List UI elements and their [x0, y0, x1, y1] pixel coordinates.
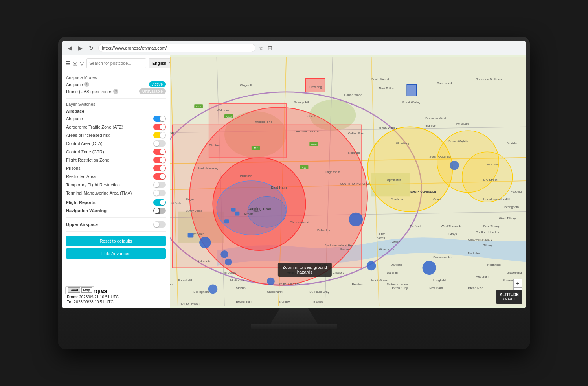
layer-row-atz: Aerodrome Traffic Zone (ATZ)	[66, 123, 166, 131]
toggle-risk[interactable]	[153, 132, 166, 138]
svg-text:Mottingham: Mottingham	[230, 279, 247, 282]
svg-text:Little Warley: Little Warley	[395, 142, 410, 145]
filter-icon[interactable]: ▽	[80, 60, 84, 66]
svg-text:ST. PAULS CRAY: ST. PAULS CRAY	[279, 283, 300, 286]
svg-text:South Weald: South Weald	[371, 77, 389, 81]
layer-name-risk: Areas of increased risk	[66, 133, 110, 138]
monitor-bezel: ◀ ▶ ↻ https://www.dronesafetymap.com/ ☆ …	[58, 37, 530, 349]
forward-button[interactable]: ▶	[77, 44, 84, 52]
svg-text:Airport: Airport	[244, 212, 253, 216]
svg-point-30	[367, 261, 376, 271]
layer-name-flight-reports: Flight Reports	[66, 200, 96, 205]
svg-text:Harold Wood: Harold Wood	[344, 93, 362, 97]
svg-text:Upminster: Upminster	[387, 178, 401, 182]
reset-button[interactable]: Reset to defaults	[66, 236, 166, 246]
svg-text:A503: A503	[226, 116, 232, 118]
svg-text:Chigwell: Chigwell	[240, 83, 252, 87]
language-select[interactable]: English	[149, 58, 170, 68]
svg-text:Belvedere: Belvedere	[317, 228, 331, 232]
svg-text:Chislehurst: Chislehurst	[267, 290, 283, 294]
svg-text:Northfleet: Northfleet	[468, 252, 482, 255]
svg-text:Sidcup: Sidcup	[236, 286, 246, 290]
svg-text:Bellingham: Bellingham	[193, 290, 209, 294]
map-label[interactable]: Map	[81, 287, 92, 293]
browser-icons: ☆ ⊞ ⋯	[259, 45, 282, 51]
reload-button[interactable]: ↻	[87, 44, 95, 52]
toggle-atz[interactable]	[153, 124, 166, 130]
divider-2	[66, 217, 166, 218]
layer-name-cta: Control Area (CTA)	[66, 141, 103, 146]
layer-row-tfr: Temporary Flight Restriction	[66, 181, 166, 188]
drone-mode-row: Drone (UAS) geo-zones ? Unavailable	[66, 88, 166, 94]
svg-text:Chadwell St Mary: Chadwell St Mary	[468, 238, 492, 241]
toggle-restricted[interactable]	[153, 173, 166, 180]
svg-text:A12: A12	[254, 147, 257, 149]
toggle-airspace[interactable]	[153, 116, 166, 122]
svg-text:West Thurrock: West Thurrock	[441, 224, 461, 228]
svg-text:Grays: Grays	[448, 232, 457, 236]
svg-rect-154	[188, 233, 194, 238]
layer-name-airspace: Airspace	[66, 116, 83, 121]
more-icon[interactable]: ⋯	[276, 45, 282, 51]
svg-text:East Ham: East Ham	[271, 186, 287, 189]
toggle-tfr[interactable]	[153, 182, 166, 188]
drone-unavailable-badge: Unavailable	[139, 88, 166, 94]
road-label[interactable]: Road	[68, 287, 80, 293]
info-to: To: 2023/09/28 10:51 UTC	[67, 300, 165, 304]
svg-text:Brentwood: Brentwood	[437, 81, 452, 85]
road-view-toggle[interactable]: Road Map	[65, 286, 94, 294]
svg-text:Horton Kirby: Horton Kirby	[391, 286, 408, 290]
airspace-help-icon[interactable]: ?	[84, 82, 89, 87]
toggle-frz[interactable]	[153, 157, 166, 163]
toggle-nav-warning[interactable]	[153, 208, 166, 214]
toggle-tma[interactable]	[153, 190, 166, 196]
toggle-ctr[interactable]	[153, 149, 166, 155]
menu-icon[interactable]: ☰	[65, 60, 70, 66]
address-bar[interactable]: https://www.dronesafetymap.com/	[98, 44, 255, 52]
svg-text:Fobbing: Fobbing	[511, 190, 522, 193]
search-input[interactable]	[86, 58, 146, 68]
svg-point-27	[225, 259, 232, 266]
svg-text:Northfleet: Northfleet	[487, 263, 501, 267]
svg-text:South Hackney: South Hackney	[197, 167, 218, 170]
layer-name-atz: Aerodrome Traffic Zone (ATZ)	[66, 125, 123, 129]
monitor-stand	[270, 308, 318, 324]
svg-text:St. Pauls Cray: St. Pauls Cray	[309, 290, 329, 294]
drone-help-icon[interactable]: ?	[113, 89, 118, 94]
url-text: https://www.dronesafetymap.com/	[102, 46, 167, 50]
svg-text:Horndon-on-the-Hill: Horndon-on-the-Hill	[483, 197, 511, 201]
back-button[interactable]: ◀	[66, 44, 74, 52]
svg-text:Aldgate: Aldgate	[186, 198, 195, 201]
monitor-screen: ◀ ▶ ↻ https://www.dronesafetymap.com/ ☆ …	[62, 41, 526, 308]
airspace-mode-row: Airspace ? Active	[66, 81, 166, 87]
svg-text:Betsham: Betsham	[352, 283, 364, 286]
toggle-cta[interactable]	[153, 140, 166, 147]
location-icon[interactable]: ◎	[73, 60, 77, 66]
sidebar-content: Airspace Modes Airspace ? Active D	[62, 72, 170, 263]
svg-text:A13: A13	[302, 167, 306, 169]
hide-advanced-button[interactable]: Hide Advanced	[66, 248, 166, 259]
svg-text:Darenth: Darenth	[387, 271, 398, 274]
bookmark-icon[interactable]: ☆	[259, 45, 264, 51]
extensions-icon[interactable]: ⊞	[268, 45, 272, 51]
svg-text:Forest Hill: Forest Hill	[178, 279, 192, 282]
airspace-modes: Airspace Modes Airspace ? Active D	[66, 75, 166, 94]
layer-row-frz: Flight Restriction Zone	[66, 156, 166, 164]
zoom-in-button[interactable]: +	[513, 279, 522, 288]
svg-text:Grange Hill: Grange Hill	[294, 101, 310, 104]
svg-point-29	[267, 278, 275, 285]
toggle-flight-reports[interactable]	[153, 199, 166, 206]
layer-row-prisons: Prisons	[66, 165, 166, 172]
toggle-upper-airspace[interactable]	[153, 221, 166, 228]
svg-text:Thornton Heath: Thornton Heath	[178, 302, 200, 305]
svg-rect-34	[407, 84, 417, 96]
toggle-prisons[interactable]	[153, 165, 166, 171]
svg-text:Shorne: Shorne	[503, 279, 513, 282]
svg-text:Thames: Thames	[375, 237, 385, 239]
layer-row-restricted: Restricted Area	[66, 173, 166, 180]
svg-text:SOUTH HORNCHURCH: SOUTH HORNCHURCH	[340, 182, 370, 185]
svg-text:Ramsden Bellhouse: Ramsden Bellhouse	[476, 77, 503, 81]
svg-rect-157	[224, 219, 229, 223]
svg-text:Collier Row: Collier Row	[348, 132, 364, 135]
svg-text:Bulphan: Bulphan	[487, 163, 499, 166]
